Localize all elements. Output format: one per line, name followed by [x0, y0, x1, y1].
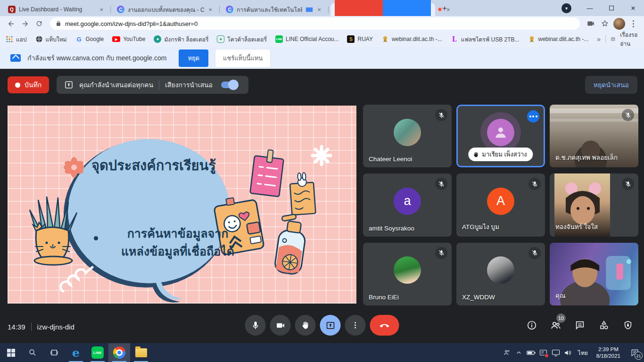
present-screen-button[interactable]	[320, 315, 341, 336]
participant-tile-paksuthep[interactable]: ด.ช.ภคสุเทพ พลอยเล็ก	[550, 105, 638, 167]
google-g-icon: G	[75, 35, 83, 43]
meeting-code: izw-djns-did	[37, 323, 74, 331]
taskbar-search-icon[interactable]	[22, 343, 43, 362]
tab-close-icon[interactable]: ×	[207, 6, 213, 13]
reading-list-label[interactable]: เรื่องรออ่าน	[620, 30, 638, 48]
meeting-details-icon[interactable]	[526, 320, 537, 331]
participant-tile-mariam[interactable]: มาเรียม เพ็งสว่าง	[456, 105, 545, 167]
participant-tile-bruno[interactable]: Bruno EiEi	[363, 243, 452, 305]
action-alert-icon[interactable]	[537, 343, 550, 362]
presentation-audio-toggle[interactable]	[221, 82, 237, 88]
battery-icon[interactable]	[525, 343, 537, 362]
maximize-button[interactable]	[601, 0, 622, 16]
close-button[interactable]: ✕	[622, 0, 644, 16]
camera-in-use-icon[interactable]	[584, 17, 598, 30]
presenting-banner: คุณกำลังนำเสนอต่อทุกคน เสียงการนำเสนอ	[57, 76, 248, 94]
bookmark-youtube[interactable]: ▶ YouTube	[112, 36, 145, 42]
alert-badge	[545, 354, 549, 358]
bookmark-lottery-blue[interactable]: ● มังกรฟ้า ล็อตเตอรี่	[154, 35, 208, 44]
network-icon[interactable]	[550, 343, 562, 362]
bookmark-line-official[interactable]: LINE LINE Official Accou...	[275, 35, 339, 43]
tab-close-icon[interactable]: ×	[316, 6, 322, 13]
bookmark-webinar-dlit-2[interactable]: webinar.dlit.ac.th -...	[528, 35, 589, 43]
bookmarks-overflow-chevron[interactable]: »	[597, 35, 601, 43]
tab-canva-designs[interactable]: C งานออกแบบทั้งหมดของคุณ - Canva ×	[113, 3, 217, 16]
meet-app: บันทึก คุณกำลังนำเสนอต่อทุกคน เสียงการนำ…	[0, 69, 644, 343]
raised-hand-icon	[472, 151, 479, 158]
minimize-button[interactable]: —	[579, 0, 601, 16]
profile-avatar[interactable]	[612, 17, 626, 30]
speaking-indicator-icon	[527, 110, 539, 123]
slide-bullet-line1: การค้นหาข้อมูลจาก	[100, 224, 256, 242]
bookmark-label: RUAY	[357, 36, 372, 42]
participant-name: Bruno EiEi	[369, 294, 399, 301]
activities-icon[interactable]	[598, 320, 610, 331]
taskbar-chrome-icon[interactable]	[108, 343, 130, 362]
more-options-button[interactable]	[345, 315, 366, 336]
forward-icon[interactable]	[18, 17, 32, 30]
stop-presenting-button[interactable]: หยุดนำเสนอ	[585, 76, 637, 94]
participant-tile-chateer[interactable]: Chateer Leenoi	[363, 105, 452, 167]
screen-share-bar: กำลังแชร์ www.canva.com กับ meet.google.…	[0, 47, 644, 69]
participant-tile-you[interactable]: คุณ	[550, 243, 638, 305]
tab-search-icon[interactable]: ▾	[561, 3, 571, 13]
host-controls-icon[interactable]	[622, 320, 634, 331]
participant-tile-atg[interactable]: A ATGบูมไง บูม	[456, 173, 545, 236]
slide-bullet-text: การค้นหาข้อมูลจาก แหล่งข้อมูลที่เชื่อถือ…	[100, 224, 256, 260]
meeting-panels: 10	[526, 320, 634, 331]
language-indicator[interactable]: ไทย	[574, 348, 592, 357]
avatar	[487, 119, 514, 146]
recording-label: บันทึก	[25, 80, 41, 90]
tray-expand-chevron-icon[interactable]	[513, 343, 525, 362]
task-view-icon[interactable]	[43, 343, 65, 362]
browser-menu-icon[interactable]	[626, 17, 640, 30]
bookmark-new-tab[interactable]: แท็บใหม่	[35, 35, 67, 44]
screen-share-icon	[10, 54, 21, 62]
volume-icon[interactable]	[562, 343, 574, 362]
mic-off-icon	[528, 247, 541, 259]
participant-tile-xzwddw[interactable]: XZ_WDDW	[456, 243, 545, 305]
ruay-icon: S	[347, 35, 355, 43]
bookmark-flashdrive[interactable]: L แฟลชไดรฟ์ USB 2TB...	[451, 35, 520, 44]
windows-taskbar: e LINE ไทย 2	[0, 343, 644, 362]
bookmark-star-icon[interactable]	[598, 17, 612, 30]
participant-name: มาเรียม เพ็งสว่าง	[482, 149, 527, 159]
bookmark-label: แอป	[16, 35, 27, 44]
bookmark-webinar-dlit-1[interactable]: webinar.dlit.ac.th -...	[381, 35, 442, 43]
reading-list-icon[interactable]	[611, 35, 615, 43]
tab-live-dashboard[interactable]: Q Live Dashboard - Waiting ×	[4, 3, 108, 16]
notification-center-icon[interactable]: 21	[625, 343, 644, 362]
back-icon[interactable]	[4, 17, 18, 30]
chat-panel-icon[interactable]	[574, 320, 586, 331]
address-bar[interactable]: meet.google.com/izw-djns-did?pli=1&authu…	[50, 17, 580, 30]
slide-bullet-dot	[94, 236, 98, 240]
stop-sharing-button[interactable]: หยุด	[179, 49, 208, 67]
tray-people-icon[interactable]	[501, 343, 513, 362]
bookmark-lottery-quota[interactable]: ● โควต้าล็อตเตอรี่	[217, 35, 267, 44]
tab-meet[interactable]: Meet - izw-djns-did ×	[330, 3, 435, 16]
raise-hand-button[interactable]	[295, 315, 316, 336]
participants-panel-icon[interactable]: 10	[550, 320, 561, 331]
bookmark-apps[interactable]: แอป	[6, 35, 27, 44]
tab-separator	[110, 6, 111, 13]
taskbar-file-explorer-icon[interactable]	[130, 343, 152, 362]
new-tab-button[interactable]: +	[438, 2, 451, 15]
bookmark-label: LINE Official Accou...	[286, 36, 339, 42]
microphone-button[interactable]	[245, 315, 266, 336]
end-call-button[interactable]	[370, 315, 399, 336]
taskbar-clock[interactable]: 2:39 PM 8/18/2021	[592, 346, 625, 359]
bookmark-ruay[interactable]: S RUAY	[347, 35, 372, 43]
tab-canva-presentation[interactable]: C การค้นหาและใช้เทคโนโลยีอย่างปล ×	[222, 3, 326, 16]
bookmark-google[interactable]: G Google	[75, 35, 104, 43]
participant-tile-thongchan[interactable]: ทองจันทร์ ใจใส	[550, 173, 638, 236]
slide-decorations	[8, 106, 356, 304]
participant-tile-amtit[interactable]: a amtit Soysrakoo	[363, 173, 452, 236]
url-text: meet.google.com/izw-djns-did?pli=1&authu…	[65, 20, 198, 27]
start-button[interactable]	[0, 343, 22, 362]
camera-button[interactable]	[270, 315, 291, 336]
share-this-tab-button[interactable]: แชร์แท็บนี้แทน	[215, 49, 271, 67]
taskbar-line-icon[interactable]: LINE	[87, 343, 108, 362]
reload-icon[interactable]	[32, 17, 46, 30]
tab-close-icon[interactable]: ×	[99, 6, 104, 13]
taskbar-edge-icon[interactable]: e	[65, 343, 87, 362]
